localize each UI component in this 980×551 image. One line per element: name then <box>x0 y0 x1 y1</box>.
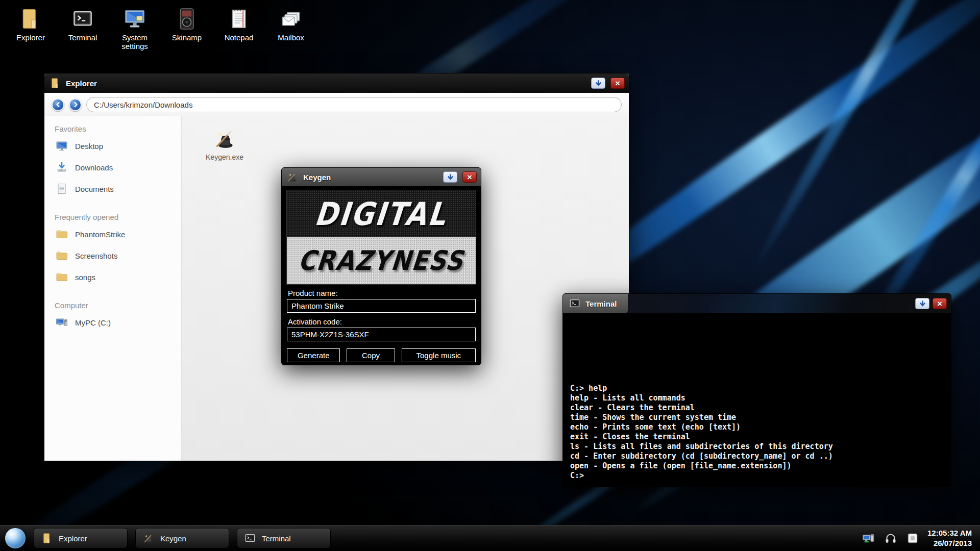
folder-icon <box>50 78 61 89</box>
taskbar-clock: 12:05:32 AM 26/07/2013 <box>927 528 972 549</box>
sidebar-section-header: Favorites <box>55 124 181 133</box>
window-title: Keygen <box>303 173 331 182</box>
desktop-icon-label: Terminal <box>68 33 97 42</box>
desktop-icon-mailbox[interactable]: Mailbox <box>267 7 314 51</box>
sidebar-item-phantomstrike[interactable]: PhantomStrike <box>53 223 181 245</box>
wallpaper-beam <box>747 0 980 275</box>
sidebar-section-header: Computer <box>55 301 181 310</box>
keygen-banner: DIGITAL CRAZYNESS <box>287 190 476 284</box>
sidebar-item-label: Documents <box>75 185 114 193</box>
close-icon[interactable]: × <box>933 298 947 309</box>
desktop-icon-system-settings[interactable]: System settings <box>111 7 158 51</box>
sidebar-item-label: songs <box>75 273 95 282</box>
close-icon[interactable]: × <box>462 171 477 183</box>
terminal-line: cd - Enter subdirectory (cd [subdirector… <box>570 452 944 461</box>
file-keygen-exe[interactable]: Keygen.exe <box>194 124 255 164</box>
desktop-icon-label: Mailbox <box>278 33 304 42</box>
desktop-icon-label: Explorer <box>16 33 45 42</box>
terminal-output: C:> help help - Lists all commands clear… <box>570 384 944 481</box>
window-title: Terminal <box>585 299 617 308</box>
taskbar-button-terminal[interactable]: Terminal <box>237 528 331 548</box>
explorer-toolbar <box>44 93 629 116</box>
terminal-line: exit - Closes the terminal <box>570 432 944 442</box>
sidebar-item-desktop[interactable]: Desktop <box>53 135 181 157</box>
terminal-line: clear - Clears the terminal <box>570 403 944 413</box>
desktop-icon-label: System settings <box>111 33 158 51</box>
document-icon <box>56 183 68 195</box>
desktop-icon-label: Skinamp <box>172 33 202 42</box>
terminal-line: echo - Prints some text (echo [text]) <box>570 422 944 432</box>
minimize-button[interactable] <box>443 171 457 183</box>
keygen-window: Keygen × DIGITAL CRAZYNESS Product name:… <box>281 167 481 365</box>
explorer-titlebar[interactable]: Explorer × <box>44 73 629 93</box>
desktop-icon-grid: Explorer Terminal System settings Skinam… <box>7 7 314 51</box>
activation-code-label: Activation code: <box>288 317 476 326</box>
keygen-titlebar[interactable]: Keygen × <box>282 168 481 186</box>
terminal-console[interactable]: C:> help help - Lists all commands clear… <box>563 313 951 487</box>
keygen-body: DIGITAL CRAZYNESS Product name: Activati… <box>282 186 481 367</box>
terminal-icon <box>71 7 94 31</box>
headphones-icon[interactable] <box>884 532 897 545</box>
desktop-icon-terminal[interactable]: Terminal <box>59 7 106 51</box>
taskbar-button-keygen[interactable]: Keygen <box>135 528 229 548</box>
back-button[interactable] <box>52 98 64 111</box>
generate-button[interactable]: Generate <box>287 348 340 362</box>
desktop-icon-explorer[interactable]: Explorer <box>7 7 54 51</box>
activation-code-field[interactable] <box>287 328 476 341</box>
banner-top-band: DIGITAL <box>287 190 476 237</box>
taskbar-button-label: Keygen <box>160 534 186 543</box>
system-tray <box>862 532 919 545</box>
keygen-button-row: Generate Copy Toggle music <box>287 348 476 362</box>
terminal-line: help - Lists all commands <box>570 393 944 403</box>
terminal-titlebar[interactable]: Terminal × <box>563 294 951 313</box>
sidebar-item-label: Desktop <box>75 142 103 151</box>
banner-word-crazyness: CRAZYNESS <box>297 245 465 277</box>
sidebar-item-documents[interactable]: Documents <box>53 178 181 199</box>
minimize-button[interactable] <box>591 78 605 89</box>
product-name-label: Product name: <box>288 289 476 297</box>
taskbar-button-label: Terminal <box>262 534 291 543</box>
sidebar-item-songs[interactable]: songs <box>53 266 181 288</box>
terminal-line: ls - Lists all files and subdirectories … <box>570 442 944 452</box>
folder-icon <box>56 249 68 262</box>
sidebar-section-header: Frequently opened <box>55 213 181 221</box>
sidebar-item-label: PhantomStrike <box>75 230 125 239</box>
magic-hat-icon <box>143 533 154 544</box>
desktop-icon-skinamp[interactable]: Skinamp <box>163 7 210 51</box>
system-settings-icon <box>123 7 146 31</box>
copy-button[interactable]: Copy <box>347 348 395 362</box>
address-bar-input[interactable] <box>86 97 622 112</box>
terminal-icon <box>244 533 256 544</box>
close-icon[interactable]: × <box>610 78 625 89</box>
toggle-music-button[interactable]: Toggle music <box>402 348 476 362</box>
file-name: Keygen.exe <box>206 153 243 161</box>
magic-hat-icon <box>213 128 236 150</box>
sidebar-item-label: Downloads <box>75 163 113 172</box>
terminal-line: C:> <box>570 471 944 481</box>
terminal-title-tab: Terminal <box>563 294 628 313</box>
sidebar-item-downloads[interactable]: Downloads <box>53 157 181 178</box>
terminal-window: Terminal × C:> help help - Lists all com… <box>562 293 951 487</box>
folder-icon <box>41 533 53 544</box>
network-computer-icon[interactable] <box>862 532 875 545</box>
sidebar-item-screenshots[interactable]: Screenshots <box>53 245 181 266</box>
sidebar-item-mypc[interactable]: MyPC (C:) <box>53 312 181 333</box>
clock-time: 12:05:32 AM <box>927 528 972 538</box>
download-icon <box>56 161 68 173</box>
keyboard-key-icon[interactable] <box>906 532 919 545</box>
computer-icon <box>56 316 68 329</box>
clock-date: 26/07/2013 <box>927 538 972 548</box>
notepad-icon <box>227 7 251 31</box>
desktop-icon-label: Notepad <box>225 33 254 42</box>
start-button[interactable] <box>5 528 26 548</box>
terminal-icon <box>569 298 580 309</box>
window-title: Explorer <box>66 79 97 88</box>
forward-button[interactable] <box>69 98 82 111</box>
taskbar-button-explorer[interactable]: Explorer <box>34 528 128 548</box>
desktop-icon-notepad[interactable]: Notepad <box>215 7 262 51</box>
banner-bottom-band: CRAZYNESS <box>287 237 476 284</box>
banner-word-digital: DIGITAL <box>313 195 450 232</box>
minimize-button[interactable] <box>915 298 929 309</box>
taskbar: Explorer Keygen Terminal 1 <box>0 525 980 551</box>
product-name-field[interactable] <box>287 299 476 313</box>
